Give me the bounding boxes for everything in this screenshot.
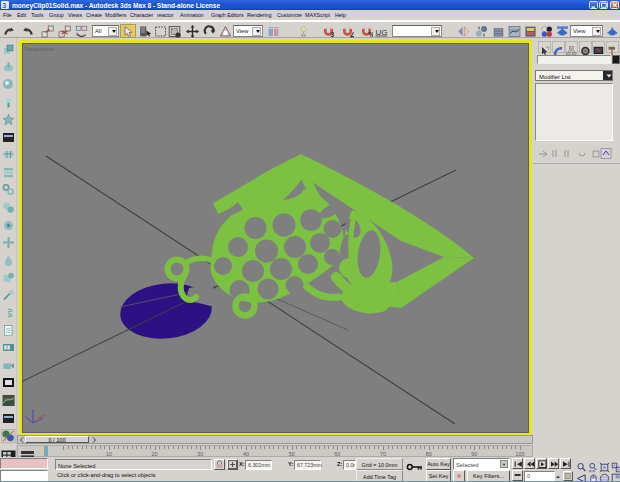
svg-text:∠: ∠ [349,31,354,38]
svg-text:3: 3 [2,2,6,9]
svg-text:3: 3 [330,31,334,38]
svg-text:UG: UG [375,28,387,37]
svg-text:%: % [368,31,373,38]
svg-text:Perspective: Perspective [25,46,54,52]
